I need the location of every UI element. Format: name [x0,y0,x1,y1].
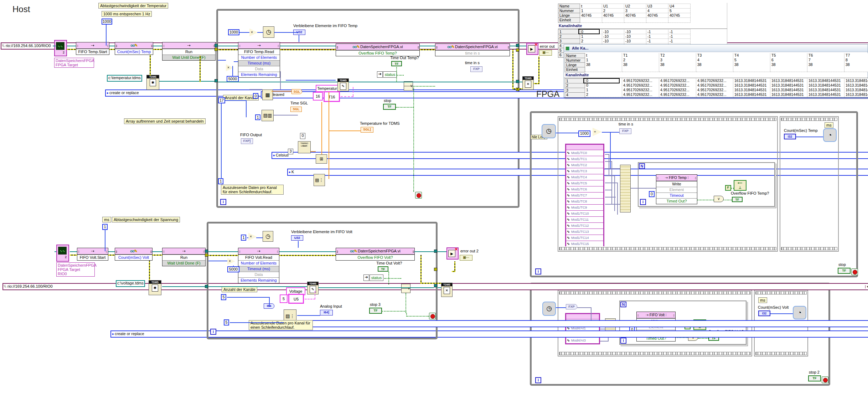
table-cell[interactable]: 38 [622,62,659,67]
tdms-write-icon[interactable]: TDMS ✎ [307,282,319,294]
table-cell[interactable]: 7 [807,58,844,63]
fifo-volt-start-node[interactable]: ⇢ FIFO Volt.Start [77,248,108,261]
table-cell[interactable]: 1 [585,58,622,63]
io-channel[interactable]: Mod1/TC2 [566,162,603,168]
table-cell[interactable]: 4.95170269232... [696,83,733,88]
table-cell[interactable]: 1613.31848144531 [733,83,770,88]
channel-count-constant-2[interactable]: 5 [224,319,229,325]
table-cell[interactable]: 4.95170269232... [696,88,733,93]
divisor-constant[interactable]: 1000 [578,130,590,137]
fifo-temp-start-node[interactable]: ⇢ FIFO Temp.Start [76,42,109,55]
table-cell[interactable] [622,67,659,72]
tdms-open-icon[interactable]: TDMS ✱ [149,280,161,295]
io-channel[interactable]: Mod1/TC1 [566,156,603,162]
table-cell[interactable]: 38 [696,62,733,67]
table-cell[interactable]: 4.95170269232... [622,78,659,83]
io-channel[interactable]: Mod1/TC4 [566,174,603,180]
loop-stop-button[interactable] [851,268,858,275]
table-cell[interactable]: 4.95170269232... [622,83,659,88]
io-channel[interactable]: Mod1/TC3 [566,168,603,174]
table-cell[interactable]: 4.95170269232... [696,78,733,83]
table-cell[interactable] [585,67,622,72]
table-cell[interactable]: 38 [659,62,696,67]
open-fpga-reference-icon[interactable]: ∿∿ 2 [56,245,69,262]
tdms-write-icon[interactable]: TDMS ✎ [337,78,349,91]
table-cell[interactable] [659,67,696,72]
table-cell[interactable] [668,17,691,23]
table-cell[interactable]: 3 [659,58,696,63]
tdms-close-icon[interactable]: TDMS ✕ [441,283,453,297]
table-cell[interactable] [646,17,668,23]
stop-control[interactable]: TF [838,268,851,274]
table-cell[interactable]: 1613.31848144531 [807,83,844,88]
interleaved-enum[interactable]: interleaved [279,320,868,327]
close-fpga-reference-icon[interactable]: ▶ ✕ [526,43,538,55]
temp-rate-constant[interactable]: 1000 [102,19,112,25]
table-cell[interactable]: 1613.31848144... [844,88,868,93]
io-channel[interactable]: Mod1/TC9 [566,204,603,210]
channel-count-constant[interactable]: 5 [221,294,226,300]
table-cell[interactable]: 1613.31848144... [844,83,868,88]
false-constant[interactable]: F [725,185,731,191]
volt-rate-constant[interactable]: 1 [102,224,108,230]
table-cell[interactable]: 1613.31848144... [844,78,868,83]
open-fpga-reference-icon[interactable]: ∿∿ 2 [54,40,67,56]
timeout-constant[interactable]: 5000 [227,266,239,272]
stop3-control[interactable]: TF [369,308,382,314]
table-cell[interactable]: T1 [622,53,659,58]
table-cell[interactable] [580,17,602,23]
table-cell[interactable]: 6 [770,58,807,63]
table-cell[interactable]: 1613.31848144531 [807,78,844,83]
table-cell[interactable]: 38 [770,62,807,67]
tdms-close-icon[interactable]: TDMS ✕ [522,76,534,90]
window-titlebar[interactable]: Alle Ka... [564,45,868,52]
table-cell[interactable] [624,17,646,23]
tdms-open-icon[interactable]: TDMS ✱ [146,75,159,90]
stop-control[interactable]: TF [383,104,396,110]
timed-loop-clock-icon[interactable]: ◷ [542,302,556,316]
run-node[interactable]: ⇢ Run Wait Until Done (F) [162,248,206,266]
stop2-control[interactable]: TF [808,375,821,381]
table-cell[interactable]: 2 [622,58,659,63]
constant-1[interactable]: 1 [218,178,223,184]
table-cell[interactable]: T4 [733,53,770,58]
constant-0[interactable]: 0 [300,133,305,139]
temperatur-channel-count[interactable]: 16 [313,92,323,101]
timed-loop-clock-icon[interactable]: ◷ [542,124,556,138]
voltage-channel-name[interactable]: U5 [288,294,304,304]
close-fpga-reference-icon[interactable]: ▶ ✕ [446,247,459,260]
io-channel[interactable]: Mod1/TC11 [566,216,603,222]
temperatur-channel-name[interactable]: T16 [324,91,340,102]
timeout-constant[interactable]: 5000 [227,76,239,82]
mod4-io-node-list[interactable]: Mod4/AI0Mod4/AI1Mod4/AI2Mod4/AI3 [565,313,600,344]
constant-3[interactable]: 3 [288,149,293,154]
table-cell[interactable]: 1613.31848144531 [770,92,807,97]
count-msec-temp-node[interactable]: oo✎ Count(mSec) Temp [115,42,153,55]
io-channel[interactable]: Mod1/TC10 [566,210,603,216]
temp-tdms-path-constant[interactable]: c:\temperatur.tdms [107,75,142,82]
voltage-channel-count[interactable]: 5 [280,294,288,303]
table-cell[interactable]: T3 [696,53,733,58]
table-cell[interactable]: 4.95170269232... [659,88,696,93]
table-cell[interactable]: 4.95170269232... [622,92,659,97]
table-cell[interactable] [807,67,844,72]
table-cell[interactable]: 4.95170269232... [622,88,659,93]
table-cell[interactable]: T5 [770,53,807,58]
wait-period-constant[interactable]: 1 [241,235,246,241]
table-cell[interactable]: 1 [585,88,622,93]
io-channel[interactable]: Mod1/TC12 [566,222,603,229]
table-cell[interactable]: 2 [585,92,622,97]
table-cell[interactable]: T6 [807,53,844,58]
io-channel[interactable]: Mod1/TC5 [566,180,603,186]
table-cell[interactable]: 4.95170269232... [696,92,733,97]
io-channel[interactable]: Mod1/TC13 [566,229,603,235]
wait-period-constant[interactable]: 1000 [228,29,239,35]
table-cell[interactable]: 8 [844,58,868,63]
table-cell[interactable]: 5 [733,58,770,63]
loop-stop-button[interactable] [822,376,828,383]
fifo-temp-read-node[interactable]: ⇢ FIFO Temp.Read Number of Elements Time… [238,42,280,78]
io-channel[interactable]: Mod1/TC8 [566,198,603,204]
loop-stop-button[interactable] [415,192,422,199]
table-cell[interactable]: 38 [733,62,770,67]
io-channel[interactable]: Mod1/TC15 [566,241,603,247]
